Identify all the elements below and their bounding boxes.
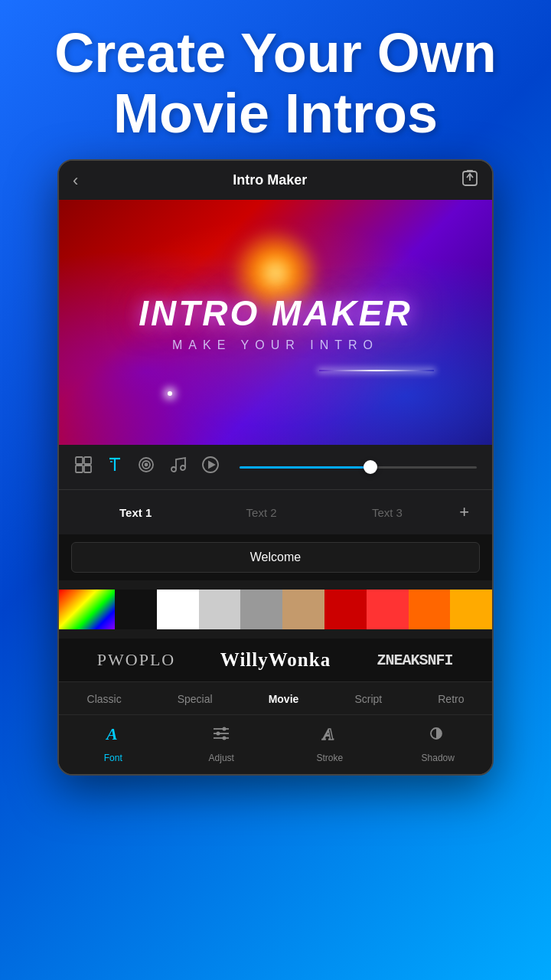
color-swatch-rainbow[interactable]	[59, 590, 115, 629]
adjust-nav-label: Adjust	[209, 753, 234, 763]
intro-overlay-text: INTRO MAKER MAKE YOUR INTRO	[139, 292, 412, 352]
target-icon[interactable]	[137, 456, 155, 479]
svg-point-13	[181, 466, 185, 470]
bottom-tool-nav: A Font Adjust A	[59, 714, 492, 774]
font-cat-special[interactable]: Special	[171, 690, 219, 708]
color-swatch-white[interactable]	[157, 590, 199, 629]
text-content-input[interactable]	[71, 542, 480, 573]
svg-text:A: A	[321, 724, 334, 743]
adjust-nav-icon	[210, 723, 232, 750]
nav-shadow[interactable]: Shadow	[384, 723, 493, 763]
svg-marker-15	[209, 462, 214, 468]
font-cat-script[interactable]: Script	[348, 690, 388, 708]
editor-toolbar	[59, 445, 492, 489]
text-icon[interactable]	[106, 456, 123, 479]
svg-text:A: A	[105, 724, 118, 743]
color-swatch-amber[interactable]	[450, 590, 492, 629]
preview-sub-title: MAKE YOUR INTRO	[139, 338, 412, 352]
font-sample-1[interactable]: PWOPLO	[67, 650, 206, 670]
timeline-scrubber[interactable]	[240, 466, 477, 469]
stroke-nav-label: Stroke	[316, 753, 343, 763]
svg-rect-4	[76, 466, 83, 472]
color-swatch-brown[interactable]	[282, 590, 324, 629]
color-palette	[59, 580, 492, 639]
tab-text2[interactable]: Text 2	[200, 501, 322, 524]
video-preview: INTRO MAKER MAKE YOUR INTRO	[59, 200, 492, 445]
font-category-tabs: Classic Special Movie Script Retro	[59, 681, 492, 714]
color-swatch-orange[interactable]	[409, 590, 451, 629]
font-cat-movie[interactable]: Movie	[262, 690, 305, 708]
shadow-nav-icon	[427, 723, 448, 750]
color-swatch-darkred[interactable]	[324, 590, 367, 629]
nav-adjust[interactable]: Adjust	[168, 723, 276, 763]
svg-point-22	[223, 737, 227, 740]
font-preview-strip: PWOPLO WillyWonka ZNEAKSNFI	[59, 639, 492, 681]
back-button[interactable]: ‹	[73, 171, 78, 191]
play-icon[interactable]	[201, 456, 220, 479]
hero-line2: Movie Intros	[54, 83, 496, 144]
nav-stroke[interactable]: A Stroke	[276, 723, 384, 763]
svg-point-20	[223, 727, 227, 731]
color-swatch-black[interactable]	[115, 590, 157, 629]
text-layer-tabs: Text 1 Text 2 Text 3 +	[59, 489, 492, 534]
shadow-nav-label: Shadow	[422, 753, 455, 763]
hero-title: Create Your Own Movie Intros	[24, 0, 527, 159]
preview-main-title: INTRO MAKER	[139, 292, 412, 334]
nav-font[interactable]: A Font	[59, 723, 168, 763]
font-sample-3[interactable]: ZNEAKSNFI	[345, 652, 484, 669]
svg-rect-3	[84, 457, 91, 464]
stroke-nav-icon: A	[319, 723, 341, 750]
timeline-thumb[interactable]	[364, 460, 377, 474]
share-button[interactable]	[461, 170, 478, 191]
sparkle1	[168, 391, 172, 396]
svg-point-11	[145, 464, 148, 466]
tab-text1[interactable]: Text 1	[74, 501, 197, 524]
svg-point-21	[217, 732, 220, 736]
text-input-row	[59, 534, 492, 580]
layers-icon[interactable]	[74, 456, 93, 479]
app-title: Intro Maker	[233, 172, 307, 188]
font-sample-2[interactable]: WillyWonka	[206, 649, 345, 671]
hero-line1: Create Your Own	[54, 23, 496, 83]
sparkle2	[319, 370, 434, 371]
color-swatch-red[interactable]	[367, 590, 409, 629]
timeline-progress	[240, 466, 370, 469]
svg-rect-2	[76, 457, 83, 464]
font-nav-icon: A	[103, 723, 124, 750]
svg-point-12	[171, 467, 176, 472]
font-nav-label: Font	[104, 753, 122, 763]
color-swatch-lightgray[interactable]	[199, 590, 241, 629]
svg-rect-5	[84, 466, 91, 472]
font-cat-retro[interactable]: Retro	[432, 690, 470, 708]
font-cat-classic[interactable]: Classic	[81, 690, 128, 708]
color-swatch-gray[interactable]	[240, 590, 282, 629]
add-text-tab-button[interactable]: +	[452, 498, 477, 527]
app-top-bar: ‹ Intro Maker	[59, 161, 492, 200]
music-icon[interactable]	[169, 456, 187, 479]
tab-text3[interactable]: Text 3	[326, 501, 448, 524]
phone-container: ‹ Intro Maker INTRO MAKER MAKE YOUR INTR…	[57, 159, 494, 776]
